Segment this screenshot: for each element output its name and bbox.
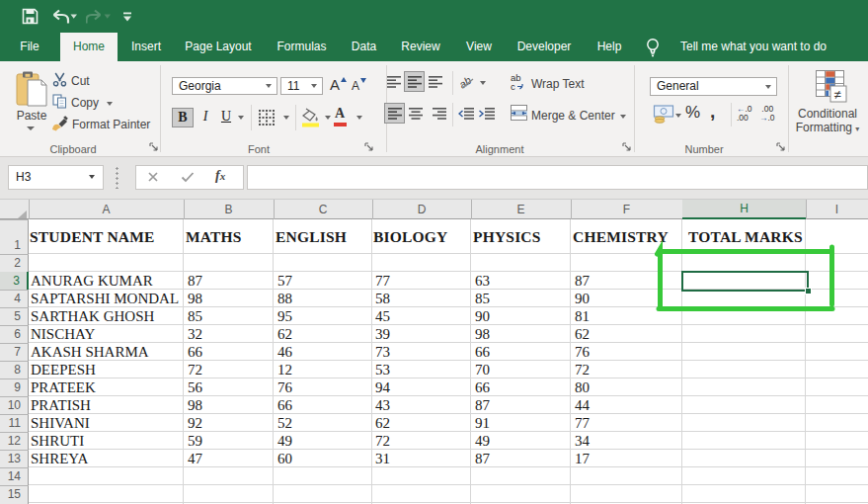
svg-text:c: c [511,81,515,91]
svg-text:≠: ≠ [834,87,841,102]
